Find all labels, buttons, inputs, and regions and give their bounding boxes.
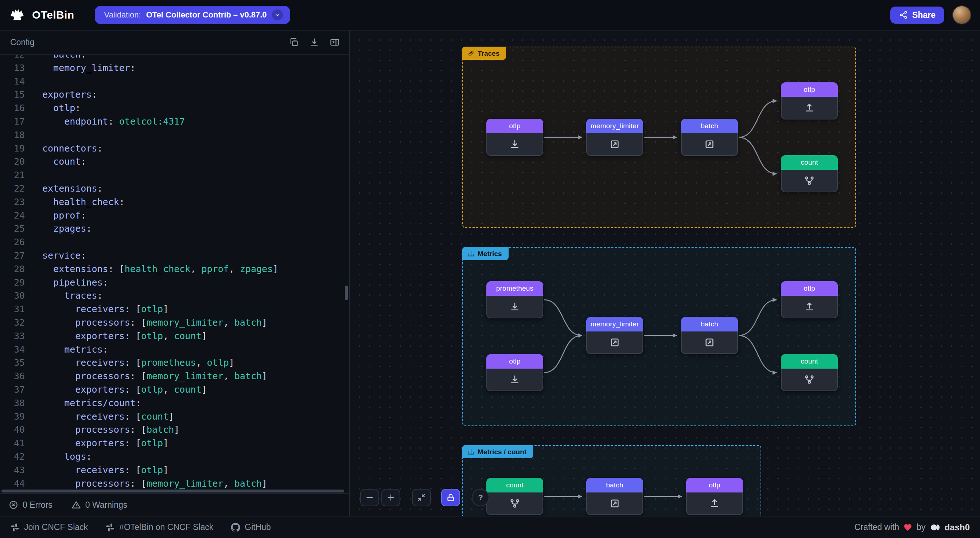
fit-view-button[interactable] bbox=[412, 489, 431, 506]
code-text: zpages: bbox=[25, 222, 92, 236]
otelbin-logo bbox=[9, 6, 26, 24]
node-label: memory_limiter bbox=[586, 119, 643, 133]
otelbin-slack-channel-link[interactable]: #OTelBin on CNCF Slack bbox=[105, 522, 213, 532]
code-text: receivers: [count] bbox=[25, 410, 174, 424]
code-line: 36 processors: [memory_limiter, batch] bbox=[0, 370, 349, 383]
node-t-otlp-r[interactable]: otlp bbox=[486, 119, 543, 156]
line-number: 27 bbox=[0, 249, 25, 263]
header-right: Share bbox=[890, 5, 971, 24]
copy-config-button[interactable] bbox=[286, 35, 301, 49]
code-text: processors: [batch] bbox=[25, 423, 180, 437]
node-m-batch[interactable]: batch bbox=[681, 317, 738, 354]
editor-vertical-scrollbar[interactable] bbox=[345, 286, 348, 300]
minus-icon bbox=[365, 493, 374, 502]
node-m-otlp-e[interactable]: otlp bbox=[781, 281, 838, 318]
chart-icon bbox=[468, 448, 475, 455]
code-line: 23 health_check: bbox=[0, 195, 349, 209]
code-text bbox=[25, 169, 42, 182]
node-body bbox=[781, 97, 838, 119]
node-t-count[interactable]: count bbox=[781, 155, 838, 192]
line-number: 36 bbox=[0, 370, 25, 383]
node-m-ml[interactable]: memory_limiter bbox=[586, 317, 643, 354]
group-badge-metrics: Metrics bbox=[462, 247, 509, 260]
code-line: 31 receivers: [otlp] bbox=[0, 303, 349, 316]
code-line: 32 processors: [memory_limiter, batch] bbox=[0, 316, 349, 330]
graph-canvas[interactable]: TracesMetricsMetrics / count otlpmemory_… bbox=[350, 30, 980, 516]
node-c-batch[interactable]: batch bbox=[586, 478, 643, 515]
node-m-prom[interactable]: prometheus bbox=[486, 281, 543, 318]
line-number: 20 bbox=[0, 155, 25, 169]
editor-status-bar: 0 Errors 0 Warnings bbox=[0, 493, 349, 516]
zoom-in-button[interactable] bbox=[381, 489, 400, 506]
node-m-count[interactable]: count bbox=[781, 354, 838, 391]
line-number: 42 bbox=[0, 450, 25, 464]
code-line: 42 logs: bbox=[0, 450, 349, 464]
fork-icon bbox=[804, 374, 815, 385]
code-text: endpoint: otelcol:4317 bbox=[25, 115, 185, 129]
by-text: by bbox=[916, 522, 925, 532]
line-number: 38 bbox=[0, 397, 25, 410]
code-line: 39 receivers: [count] bbox=[0, 410, 349, 424]
node-m-otlp-r[interactable]: otlp bbox=[486, 354, 543, 391]
download-icon bbox=[509, 139, 520, 150]
dash0-name[interactable]: dash0 bbox=[945, 522, 970, 533]
app-footer: Join CNCF Slack#OTelBin on CNCF SlackGit… bbox=[0, 516, 980, 538]
node-label: otlp bbox=[781, 281, 838, 296]
code-text: extensions: [health_check, pprof, zpages… bbox=[25, 263, 278, 276]
editor-horizontal-scrollbar[interactable] bbox=[2, 490, 344, 492]
node-c-otlp[interactable]: otlp bbox=[686, 478, 743, 515]
github-link[interactable]: GitHub bbox=[231, 522, 271, 532]
collapse-panel-button[interactable] bbox=[328, 35, 342, 49]
code-text: exporters: [otlp, count] bbox=[25, 383, 207, 397]
brand[interactable]: OTelBin bbox=[9, 6, 75, 24]
code-lines: 12 batch:13 memory_limiter:1415exporters… bbox=[0, 55, 349, 490]
node-t-batch[interactable]: batch bbox=[681, 119, 738, 156]
pipeline-group-metrics: Metrics bbox=[462, 247, 856, 426]
code-text: receivers: [otlp] bbox=[25, 303, 169, 316]
node-body bbox=[686, 492, 743, 515]
heart-icon bbox=[904, 523, 912, 532]
process-icon bbox=[609, 337, 620, 348]
node-c-count[interactable]: count bbox=[486, 478, 543, 515]
code-text: logs: bbox=[25, 450, 92, 464]
line-number: 16 bbox=[0, 102, 25, 115]
node-label: batch bbox=[586, 478, 643, 492]
join-cncf-slack-link[interactable]: Join CNCF Slack bbox=[10, 522, 88, 532]
user-avatar[interactable] bbox=[952, 5, 971, 24]
group-label: Metrics / count bbox=[477, 448, 527, 455]
help-button[interactable]: ? bbox=[472, 489, 489, 506]
config-editor-pane: Config 12 batch:13 memory_limiter:1415ex… bbox=[0, 30, 350, 516]
code-line: 38 metrics/count: bbox=[0, 397, 349, 410]
config-editor[interactable]: 12 batch:13 memory_limiter:1415exporters… bbox=[0, 55, 349, 493]
lock-button[interactable] bbox=[441, 489, 460, 506]
fork-icon bbox=[804, 175, 815, 186]
node-body bbox=[486, 369, 543, 391]
zoom-out-button[interactable] bbox=[360, 489, 379, 506]
process-icon bbox=[704, 139, 715, 150]
validation-dropdown[interactable]: Validation: OTel Collector Contrib – v0.… bbox=[95, 6, 290, 24]
group-badge-traces: Traces bbox=[462, 47, 506, 60]
node-t-otlp-e[interactable]: otlp bbox=[781, 83, 838, 119]
download-icon bbox=[509, 374, 520, 385]
line-number: 37 bbox=[0, 383, 25, 397]
line-number: 22 bbox=[0, 182, 25, 195]
download-config-button[interactable] bbox=[307, 35, 321, 49]
code-line: 17 endpoint: otelcol:4317 bbox=[0, 115, 349, 129]
node-label: otlp bbox=[486, 119, 543, 133]
code-line: 30 traces: bbox=[0, 289, 349, 303]
code-line: 22extensions: bbox=[0, 182, 349, 195]
line-number: 14 bbox=[0, 75, 25, 89]
node-body bbox=[681, 332, 738, 354]
share-button[interactable]: Share bbox=[890, 6, 944, 24]
line-number: 34 bbox=[0, 343, 25, 357]
node-body bbox=[781, 296, 838, 318]
graph-toolbar: ? bbox=[360, 489, 489, 506]
code-text: connectors: bbox=[25, 142, 103, 156]
node-body bbox=[486, 492, 543, 515]
footer-link-label: GitHub bbox=[245, 522, 271, 532]
footer-link-label: Join CNCF Slack bbox=[24, 522, 88, 532]
node-t-ml[interactable]: memory_limiter bbox=[586, 119, 643, 156]
node-body bbox=[586, 332, 643, 354]
line-number: 30 bbox=[0, 289, 25, 303]
node-body bbox=[681, 133, 738, 156]
